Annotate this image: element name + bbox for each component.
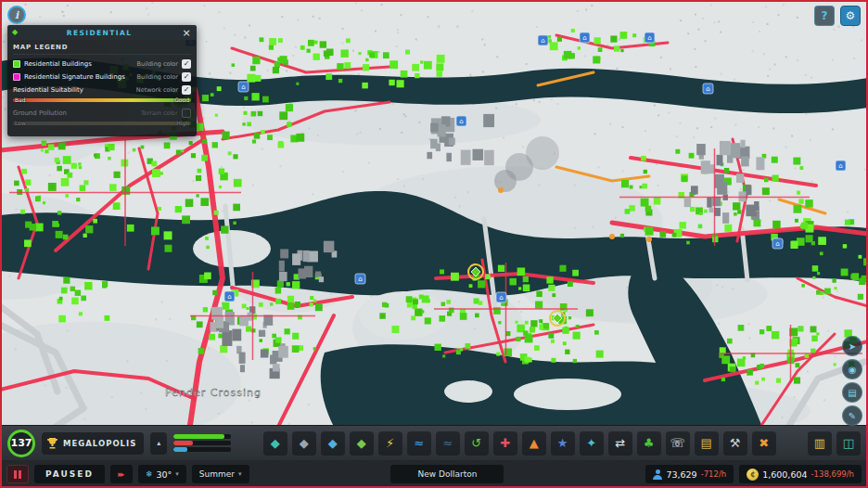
temperature-display[interactable]: ❄ 30° ▾ — [138, 465, 186, 483]
settings-button[interactable]: ⚙ — [840, 6, 861, 26]
education-icon: ✦ — [586, 437, 596, 449]
healthcare-icon: ✚ — [500, 437, 510, 449]
svg-text:⌂: ⌂ — [459, 118, 463, 125]
money-icon: ¢ — [747, 469, 759, 481]
landscaping-tool[interactable]: ◆ — [321, 431, 345, 456]
pause-button[interactable] — [6, 465, 29, 483]
electricity-tool[interactable]: ⚡ — [378, 431, 402, 456]
roads-icon: ◆ — [300, 437, 309, 449]
panel-header: ◆ RESIDENTIAL × — [7, 25, 197, 40]
signature-icon: ◆ — [357, 437, 366, 449]
milestone-panel-button[interactable]: MEGALOPOLIS — [42, 432, 144, 455]
infoviews-tool[interactable]: ◫ — [836, 431, 861, 456]
info-button[interactable]: i — [7, 6, 26, 24]
roads-tool[interactable]: ◆ — [292, 431, 316, 456]
legend-type-label: Building color — [137, 60, 178, 68]
residential-zone-icon: ◆ — [12, 29, 18, 36]
money-value: 1,600,604 — [762, 469, 807, 480]
legend-checkbox[interactable] — [182, 109, 191, 118]
milestone-expand-button[interactable]: ▴ — [150, 432, 167, 455]
svg-text:⌂: ⌂ — [838, 162, 842, 170]
education-tool[interactable]: ✦ — [580, 431, 604, 456]
maintenance-tool[interactable]: ⚒ — [723, 431, 747, 456]
landscaping-icon: ◆ — [328, 437, 338, 449]
statistics-icon: ▤ — [848, 388, 856, 398]
police-tool[interactable]: ★ — [551, 431, 575, 456]
main-toolbar: 137 MEGALOPOLIS ▴ ◆◆◆◆⚡≈≈↺✚▲★✦⇄♣☏▤⚒✖ ▥◫ — [0, 425, 868, 460]
simulation-state[interactable]: PAUSED — [34, 465, 105, 483]
population-icon — [653, 469, 662, 480]
fire-rescue-tool[interactable]: ▲ — [522, 431, 546, 456]
help-icon: ? — [822, 9, 828, 22]
statistics-button[interactable]: ▤ — [842, 382, 862, 403]
population-display[interactable]: 73,629 -712/h — [645, 465, 734, 483]
svg-text:⌂: ⌂ — [541, 37, 544, 45]
residential-infoview-panel: ◆ RESIDENTIAL × MAP LEGEND Residential B… — [7, 25, 197, 136]
svg-text:Pender Crossing: Pender Crossing — [165, 387, 262, 399]
industrial-demand-bar — [173, 447, 187, 452]
pause-icon — [14, 470, 17, 479]
help-button[interactable]: ? — [814, 6, 835, 26]
infoviews-icon: ◫ — [843, 437, 854, 449]
zones-icon: ◆ — [271, 437, 280, 449]
money-display[interactable]: ¢ 1,600,604 -138,699/h — [739, 465, 862, 483]
svg-text:⌂: ⌂ — [499, 294, 503, 302]
legend-type-label: Terrain color — [141, 109, 178, 117]
residential-demand-bar — [173, 434, 224, 439]
notes-icon: ✎ — [849, 411, 856, 421]
parks-tool[interactable]: ♣ — [637, 431, 661, 456]
legend-gradient: Low High — [13, 119, 191, 128]
legend-label: Residential Buildings — [24, 60, 92, 68]
notes-button[interactable]: ✎ — [842, 405, 862, 426]
toolbar-right-group: ▥◫ — [808, 431, 861, 456]
speed-button[interactable]: ▸▸ — [110, 465, 133, 483]
gradient-start-label: Low — [15, 120, 26, 126]
healthcare-tool[interactable]: ✚ — [493, 431, 517, 456]
city-name-display[interactable]: New Dollarton — [390, 465, 504, 483]
status-bar: PAUSED ▸▸ ❄ 30° ▾ Summer ▾ New Dollarton… — [0, 460, 868, 488]
legend-checkbox[interactable]: ✓ — [182, 72, 191, 82]
photo-mode-button[interactable]: ◉ — [842, 359, 862, 379]
legend-checkbox[interactable]: ✓ — [182, 59, 191, 69]
panel-body: MAP LEGEND Residential Buildings Buildin… — [7, 40, 197, 136]
milestone-level-badge[interactable]: 137 — [7, 430, 35, 457]
close-icon[interactable]: × — [181, 28, 192, 38]
zoning-demand-meter[interactable] — [173, 434, 231, 452]
bulldoze-icon: ✖ — [759, 437, 769, 449]
money-rate: -138,699/h — [811, 469, 854, 479]
economy-tool[interactable]: ▤ — [695, 431, 719, 456]
map-legend-heading: MAP LEGEND — [13, 44, 191, 55]
svg-text:⌂: ⌂ — [582, 34, 586, 42]
communications-icon: ☏ — [670, 437, 685, 449]
bulldoze-tool[interactable]: ✖ — [752, 431, 776, 456]
city-statistics-tool[interactable]: ▥ — [808, 431, 832, 456]
signature-tool[interactable]: ◆ — [350, 431, 374, 456]
legend-row: Ground Pollution Terrain color Low High — [13, 108, 191, 128]
season-display[interactable]: Summer ▾ — [192, 465, 249, 483]
svg-text:⌂: ⌂ — [706, 85, 709, 93]
svg-text:⌂: ⌂ — [227, 293, 231, 301]
police-icon: ★ — [557, 437, 568, 449]
floating-button-stack: ➤◉▤✎ — [842, 336, 862, 426]
electricity-icon: ⚡ — [386, 437, 394, 449]
water-tool[interactable]: ≈ — [407, 431, 431, 456]
economy-icon: ▤ — [701, 437, 712, 449]
milestone-name: MEGALOPOLIS — [63, 439, 136, 448]
transportation-icon: ⇄ — [615, 437, 625, 449]
chevron-down-icon: ▾ — [175, 470, 179, 478]
transportation-tool[interactable]: ⇄ — [608, 431, 632, 456]
svg-text:⌂: ⌂ — [241, 83, 245, 91]
sewage-tool[interactable]: ≈ — [436, 431, 460, 456]
zones-tool[interactable]: ◆ — [263, 431, 287, 456]
chirper-button[interactable]: ➤ — [842, 336, 862, 356]
trophy-icon — [46, 437, 58, 449]
svg-text:⌂: ⌂ — [647, 34, 651, 42]
legend-label: Residential Suitability — [13, 86, 83, 94]
legend-checkbox[interactable]: ✓ — [182, 85, 191, 95]
photo-mode-icon: ◉ — [849, 365, 857, 375]
legend-row: Residential Suitability Network color ✓ … — [13, 84, 191, 105]
communications-tool[interactable]: ☏ — [666, 431, 690, 456]
garbage-tool[interactable]: ↺ — [465, 431, 489, 456]
temperature-value: 30° — [156, 469, 172, 480]
svg-text:⌂: ⌂ — [358, 276, 362, 283]
